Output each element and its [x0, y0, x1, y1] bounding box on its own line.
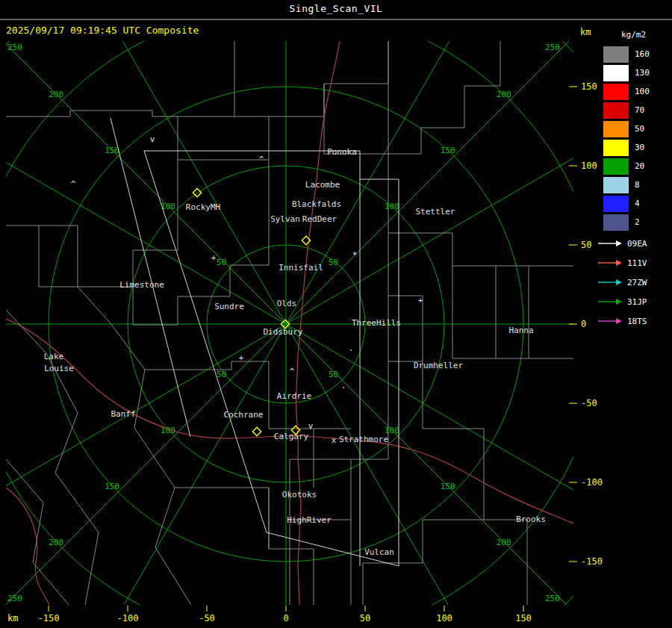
point-marker: v: [150, 134, 155, 144]
right-axis-unit: km: [580, 27, 591, 37]
legend-entry: 30: [597, 138, 672, 157]
azimuth-spoke: [0, 0, 672, 628]
radar-site-row: 09EA: [597, 234, 672, 253]
radar-id-label: 111V: [627, 258, 647, 268]
point-marker: *: [352, 250, 358, 260]
radar-site-list: 09EA111V27ZW31JP18TS: [597, 234, 672, 331]
town-label: Lake: [44, 352, 64, 361]
point-marker: .: [349, 343, 354, 353]
range-ring-label: 250: [7, 43, 22, 52]
right-axis-label: 0: [581, 319, 586, 329]
point-marker: ^: [259, 155, 264, 164]
legend-color-swatch: [603, 140, 629, 156]
point-marker: +: [211, 253, 217, 263]
range-ring-label: 250: [7, 594, 22, 603]
legend-entries: 16013010070503020842: [597, 45, 672, 231]
county-boundary: [78, 160, 178, 287]
radar-arrow-icon: [597, 258, 623, 267]
legend-color-swatch: [603, 121, 629, 137]
town-label: Ponoka: [327, 147, 357, 157]
legend-value-label: 50: [635, 124, 644, 134]
town-label: ThreeHills: [352, 318, 401, 328]
town-label: Limestone: [119, 280, 164, 290]
town-label: Olds: [277, 299, 297, 308]
county-boundary: [452, 266, 496, 358]
station-diamond-marker: [252, 427, 261, 435]
bottom-axis-label: 100: [436, 613, 452, 624]
town-label: Louise: [44, 364, 74, 373]
legend-value-label: 160: [635, 49, 650, 59]
town-label: Calgary: [274, 432, 309, 441]
legend-color-swatch: [603, 196, 629, 212]
legend-value-label: 130: [635, 68, 650, 78]
town-label: Drumheller: [414, 361, 464, 370]
point-marker: ^: [290, 367, 295, 376]
town-label: Cochrane: [224, 410, 264, 420]
point-marker: ^: [71, 179, 76, 189]
range-ring-label: 200: [49, 538, 63, 547]
county-boundary: [324, 84, 388, 154]
range-ring-label: 50: [217, 370, 226, 379]
point-marker: +: [239, 353, 244, 363]
radar-map-canvas[interactable]: 5050505010010010010015015015015020020020…: [0, 0, 672, 628]
town-label: Didsbury: [264, 327, 303, 337]
right-axis-label: 150: [581, 81, 597, 92]
legend-entry: 100: [597, 82, 672, 101]
point-marker: +: [418, 296, 423, 305]
county-boundary: [133, 160, 269, 325]
legend-entry: 20: [597, 157, 672, 175]
county-boundary: [175, 488, 314, 605]
legend-color-swatch: [603, 158, 629, 175]
town-label: Airdrie: [277, 391, 311, 401]
radar-id-label: 18TS: [627, 317, 647, 326]
range-ring-label: 200: [49, 90, 63, 99]
bottom-axis-label: -50: [199, 613, 215, 624]
legend-entry: 4: [597, 194, 672, 213]
range-ring-label: 50: [329, 370, 338, 379]
radar-site-row: 31JP: [597, 292, 672, 311]
legend-entry: 160: [597, 45, 672, 63]
legend-color-swatch: [603, 177, 629, 193]
town-label: Innisfail: [279, 263, 323, 273]
bottom-axis-label: 150: [515, 613, 532, 624]
legend-value-label: 20: [635, 161, 644, 171]
radar-arrow-icon: [597, 297, 623, 306]
legend-value-label: 30: [635, 143, 644, 152]
radar-arrow-icon: [597, 278, 623, 287]
town-label: RockyMH: [186, 202, 220, 212]
range-ring-label: 100: [385, 202, 399, 211]
town-label: Hanna: [508, 326, 533, 335]
vil-color-legend: kg/m2 16013010070503020842: [597, 30, 672, 231]
radar-site-row: 18TS: [597, 311, 672, 331]
radar-id-label: 09EA: [627, 239, 647, 249]
town-label: Stettler: [416, 207, 455, 217]
bottom-axis-label: 0: [283, 613, 288, 624]
range-ring: [0, 0, 672, 628]
range-ring-label: 200: [497, 90, 511, 99]
town-label: Okotoks: [282, 490, 317, 500]
town-label: Sylvan: [270, 214, 300, 224]
range-ring-label: 50: [217, 258, 226, 267]
radar-arrow-icon: [597, 317, 623, 326]
legend-color-swatch: [603, 102, 629, 119]
legend-entry: 70: [597, 101, 672, 119]
legend-value-label: 4: [635, 199, 640, 208]
azimuth-spoke: [0, 0, 672, 628]
county-boundary: [6, 111, 234, 116]
range-ring-label: 50: [329, 258, 338, 267]
range-ring-label: 200: [497, 538, 511, 547]
azimuth-spoke: [0, 0, 672, 628]
county-boundary: [178, 116, 269, 160]
right-axis-label: -150: [581, 556, 603, 567]
bottom-axis-label: -100: [117, 613, 139, 624]
right-axis-label: 50: [581, 240, 591, 250]
town-label: Brooks: [516, 514, 546, 524]
range-ring-label: 150: [105, 146, 119, 155]
point-marker: x: [332, 435, 337, 445]
legend-entry: 2: [597, 213, 672, 231]
right-axis-label: -50: [581, 398, 597, 408]
range-ring-label: 150: [441, 482, 455, 491]
county-boundary: [388, 41, 500, 154]
town-label: Strathmore: [339, 435, 388, 444]
county-boundary: [269, 361, 314, 488]
